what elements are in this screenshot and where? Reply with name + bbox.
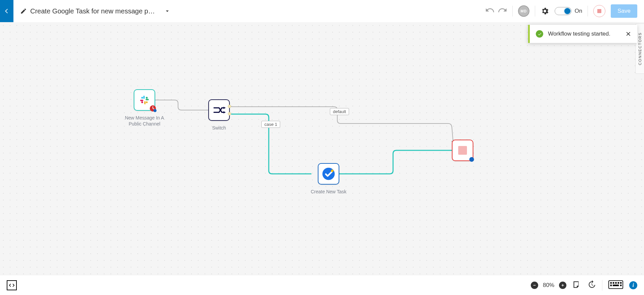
svg-point-10 [154, 109, 157, 112]
svg-rect-3 [144, 101, 145, 104]
edge-label-default: default [330, 108, 349, 115]
svg-point-7 [146, 101, 147, 103]
close-icon[interactable] [625, 31, 631, 37]
undo-redo-group [485, 6, 507, 16]
svg-point-6 [146, 97, 147, 98]
node-trigger-label: New Message In A Public Channel [123, 115, 166, 127]
svg-rect-25 [613, 285, 619, 286]
svg-point-5 [141, 97, 143, 98]
svg-rect-1 [143, 96, 145, 99]
node-switch-label: Switch [212, 125, 226, 131]
divider [512, 6, 513, 16]
svg-rect-23 [620, 282, 622, 284]
svg-point-8 [141, 101, 143, 103]
toast-notification: Workflow testing started. [528, 25, 637, 43]
svg-rect-19 [610, 282, 612, 284]
google-tasks-icon [321, 166, 336, 181]
back-button[interactable] [0, 0, 13, 22]
bottom-bar: 80% i [0, 275, 644, 295]
svg-rect-4 [140, 100, 143, 101]
svg-rect-24 [610, 285, 612, 286]
chevron-left-icon [3, 7, 10, 15]
workflow-enabled-toggle[interactable] [555, 7, 571, 15]
zoom-level: 80% [542, 282, 556, 289]
zoom-controls: 80% [531, 282, 566, 289]
code-view-button[interactable] [7, 280, 17, 290]
svg-rect-15 [533, 285, 536, 286]
svg-marker-11 [223, 107, 226, 109]
svg-rect-21 [615, 282, 617, 284]
divider [535, 6, 535, 16]
connectors-panel-label: CONNECTORS [638, 32, 642, 65]
info-button[interactable]: i [629, 281, 637, 289]
svg-rect-2 [145, 99, 149, 100]
edge-label-case1: case 1 [261, 121, 280, 128]
workflow-enabled-toggle-group: On [555, 7, 583, 15]
svg-rect-20 [613, 282, 614, 284]
active-dot-icon [469, 157, 474, 162]
check-icon [536, 30, 543, 38]
history-button[interactable] [587, 280, 596, 290]
clock-badge-icon [149, 105, 157, 112]
workflow-wires [0, 22, 644, 275]
svg-marker-12 [223, 111, 226, 113]
zoom-out-button[interactable] [531, 282, 538, 289]
node-task[interactable]: Create New Task [311, 163, 346, 195]
avatar[interactable]: MD [518, 5, 529, 17]
stop-icon [597, 9, 601, 13]
undo-button[interactable] [485, 6, 495, 16]
workflow-title[interactable]: Create Google Task for new message po… [30, 7, 158, 15]
top-bar-right: MD On Save [485, 0, 644, 22]
code-icon [8, 282, 15, 289]
chevron-down-icon[interactable] [164, 8, 171, 14]
save-button[interactable]: Save [611, 4, 637, 18]
stop-icon [458, 146, 467, 155]
toggle-label: On [575, 8, 583, 14]
stop-workflow-button[interactable] [593, 5, 605, 17]
zoom-in-button[interactable] [559, 282, 566, 289]
redo-button[interactable] [498, 6, 507, 16]
top-bar: Create Google Task for new message po… M… [0, 0, 644, 22]
svg-rect-17 [562, 285, 564, 286]
keyboard-shortcuts-button[interactable] [608, 280, 623, 291]
node-switch[interactable]: Switch [208, 99, 230, 131]
workflow-title-group: Create Google Task for new message po… [20, 7, 171, 15]
toast-message: Workflow testing started. [548, 31, 610, 37]
switch-icon [212, 103, 226, 117]
workflow-canvas[interactable]: case 1 default New Message In A Public C… [0, 22, 644, 275]
svg-point-14 [331, 169, 334, 172]
node-trigger[interactable]: New Message In A Public Channel [123, 89, 166, 127]
notes-button[interactable] [572, 280, 581, 290]
divider [602, 280, 602, 291]
node-end[interactable] [452, 140, 473, 161]
svg-rect-26 [620, 285, 622, 286]
pencil-icon[interactable] [20, 8, 27, 14]
slack-icon [139, 94, 150, 106]
gear-icon[interactable] [541, 7, 549, 15]
node-task-label: Create New Task [311, 189, 346, 195]
divider [588, 6, 588, 16]
svg-point-13 [323, 168, 335, 180]
svg-rect-22 [618, 282, 619, 284]
